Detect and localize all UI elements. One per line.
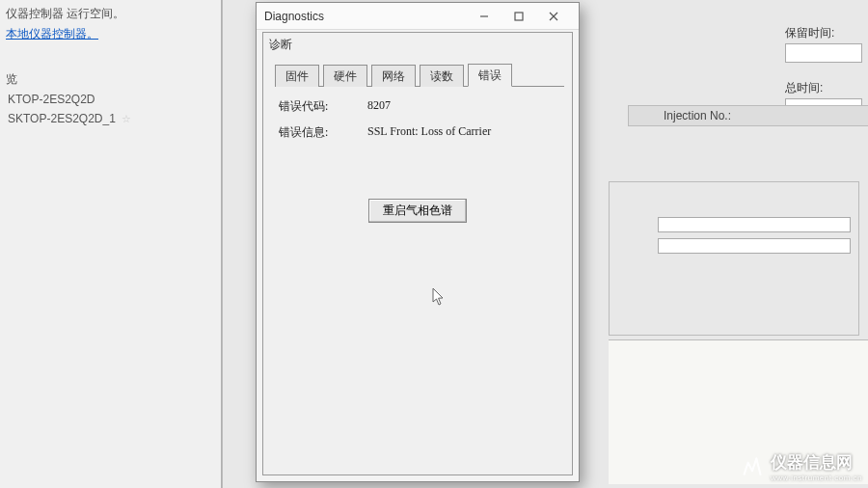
tab-network[interactable]: 网络: [371, 65, 416, 87]
tab-readings[interactable]: 读数: [420, 65, 464, 87]
tree-node-label: SKTOP-2ES2Q2D_1: [8, 112, 116, 125]
total-time-label: 总时间:: [785, 76, 862, 98]
error-message-value: SSL Front: Loss of Carrier: [367, 124, 556, 141]
explorer-section-label: 览: [6, 69, 215, 90]
tab-hardware[interactable]: 硬件: [323, 65, 367, 87]
injection-number-row: Injection No.:: [628, 105, 868, 126]
panel-input-1[interactable]: [658, 217, 851, 232]
watermark-text: 仪器信息网: [771, 453, 853, 472]
minimize-button[interactable]: [467, 5, 502, 28]
diagnostics-dialog: Diagnostics 诊断 固件 硬件 网络 读数 错误 错误代码: 8207: [256, 2, 580, 482]
error-message-label: 错误信息:: [279, 124, 367, 141]
dialog-tabs: 固件 硬件 网络 读数 错误: [275, 63, 564, 87]
tree-node-machine[interactable]: KTOP-2ES2Q2D: [6, 90, 215, 109]
tree-node-machine[interactable]: SKTOP-2ES2Q2D_1 ☆: [6, 109, 215, 128]
dialog-titlebar[interactable]: Diagnostics: [257, 3, 579, 30]
tree-node-label: KTOP-2ES2Q2D: [8, 93, 95, 106]
maximize-button[interactable]: [502, 5, 536, 28]
tab-content-errors: 错误代码: 8207 错误信息: SSL Front: Loss of Carr…: [263, 87, 572, 234]
tab-errors[interactable]: 错误: [468, 64, 512, 87]
retention-time-field[interactable]: [785, 43, 862, 63]
restart-gc-button[interactable]: 重启气相色谱: [368, 199, 467, 223]
dialog-title: Diagnostics: [264, 10, 467, 23]
injection-number-label: Injection No.:: [664, 109, 731, 122]
star-icon: ☆: [122, 113, 131, 125]
close-button[interactable]: [536, 5, 571, 28]
watermark-url: www.instrument.com.cn: [771, 474, 862, 482]
explorer-status-text: 仪器控制器 运行空间。: [6, 4, 215, 24]
error-code-label: 错误代码:: [279, 98, 367, 115]
dialog-section-label: 诊断: [263, 33, 572, 57]
local-controller-link[interactable]: 本地仪器控制器。: [6, 27, 98, 41]
explorer-panel: 仪器控制器 运行空间。 本地仪器控制器。 览 KTOP-2ES2Q2D SKTO…: [0, 0, 222, 488]
mid-panel: [609, 181, 859, 336]
retention-time-label: 保留时间:: [785, 21, 862, 43]
dialog-body: 诊断 固件 硬件 网络 读数 错误 错误代码: 8207 错误信息: SSL F…: [262, 32, 573, 475]
watermark-logo-icon: [740, 454, 765, 479]
panel-input-2[interactable]: [658, 238, 851, 254]
svg-rect-0: [515, 13, 523, 20]
tab-firmware[interactable]: 固件: [275, 65, 319, 87]
watermark: 仪器信息网 www.instrument.com.cn: [740, 451, 862, 482]
error-code-value: 8207: [367, 98, 556, 115]
